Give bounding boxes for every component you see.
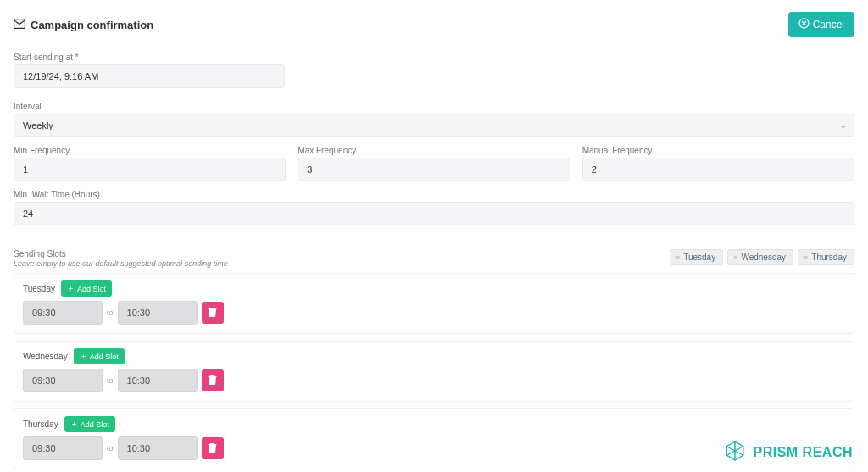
sending-slots-header: Sending Slots Leave empty to use our def…	[14, 246, 854, 273]
svg-marker-5	[727, 451, 736, 460]
svg-marker-4	[735, 451, 743, 460]
interval-label: Interval	[14, 102, 854, 111]
day-block-tuesday: Tuesday ＋Add Slot to	[14, 273, 854, 334]
day-name: Thursday	[23, 419, 58, 429]
add-slot-button[interactable]: ＋Add Slot	[64, 416, 115, 432]
cancel-icon	[798, 18, 810, 31]
day-block-wednesday: Wednesday ＋Add Slot to	[14, 341, 854, 402]
add-slot-button[interactable]: ＋Add Slot	[74, 348, 125, 364]
trash-icon	[208, 307, 217, 319]
to-label: to	[107, 308, 114, 317]
day-name: Tuesday	[23, 284, 55, 293]
min-frequency-input[interactable]	[14, 158, 286, 181]
close-icon: ×	[733, 253, 737, 262]
page-title: Campaign confirmation	[14, 19, 153, 31]
chip-tuesday[interactable]: ×Tuesday	[670, 249, 723, 265]
manual-frequency-input[interactable]	[582, 158, 854, 181]
close-icon: ×	[676, 253, 680, 262]
time-to-input[interactable]	[118, 369, 198, 392]
brand-text: PRISM REACH	[753, 445, 853, 460]
min-wait-input[interactable]	[14, 202, 854, 225]
interval-field: Interval ⌄	[14, 102, 854, 137]
min-wait-field: Min. Wait Time (Hours)	[14, 190, 854, 225]
max-frequency-field: Max Frequency	[298, 146, 570, 181]
min-frequency-label: Min Frequency	[14, 146, 286, 155]
manual-frequency-label: Manual Frequency	[582, 146, 854, 155]
cancel-button[interactable]: Cancel	[788, 12, 854, 37]
svg-marker-2	[735, 441, 743, 451]
cancel-label: Cancel	[813, 19, 844, 31]
time-from-input[interactable]	[23, 369, 103, 392]
interval-select[interactable]	[14, 114, 854, 137]
min-frequency-field: Min Frequency	[14, 146, 286, 181]
time-to-input[interactable]	[118, 301, 198, 325]
add-slot-button[interactable]: ＋Add Slot	[61, 280, 112, 297]
min-wait-label: Min. Wait Time (Hours)	[14, 190, 854, 199]
max-frequency-input[interactable]	[298, 158, 570, 181]
time-to-input[interactable]	[118, 436, 198, 460]
envelope-icon	[14, 19, 25, 31]
max-frequency-label: Max Frequency	[298, 146, 570, 155]
time-from-input[interactable]	[23, 436, 103, 460]
svg-marker-7	[727, 441, 736, 451]
chevron-down-icon: ⌄	[840, 121, 847, 130]
delete-slot-button[interactable]	[202, 369, 224, 391]
trash-icon	[208, 442, 217, 455]
prism-icon	[724, 440, 746, 465]
day-name: Wednesday	[23, 352, 68, 361]
delete-slot-button[interactable]	[202, 437, 224, 459]
svg-marker-3	[735, 447, 743, 455]
time-from-input[interactable]	[23, 301, 103, 325]
sending-slots-hint: Leave empty to use our default suggested…	[14, 259, 228, 268]
chip-thursday[interactable]: ×Thursday	[798, 249, 854, 265]
trash-icon	[208, 375, 217, 387]
sending-slots-chips: ×Tuesday ×Wednesday ×Thursday	[670, 249, 854, 265]
plus-icon: ＋	[80, 351, 87, 362]
chip-wednesday[interactable]: ×Wednesday	[727, 249, 793, 265]
sending-slots-label: Sending Slots	[14, 249, 228, 258]
plus-icon: ＋	[67, 283, 75, 294]
start-sending-label: Start sending at *	[14, 53, 285, 62]
brand-badge: PRISM REACH	[724, 440, 853, 465]
svg-marker-6	[727, 447, 736, 455]
start-sending-input[interactable]	[14, 64, 285, 88]
to-label: to	[107, 376, 114, 385]
page-title-text: Campaign confirmation	[31, 19, 153, 31]
plus-icon: ＋	[70, 419, 78, 430]
manual-frequency-field: Manual Frequency	[582, 146, 854, 181]
close-icon: ×	[804, 253, 808, 262]
to-label: to	[107, 444, 114, 453]
start-sending-field: Start sending at *	[14, 53, 285, 88]
delete-slot-button[interactable]	[202, 302, 224, 324]
